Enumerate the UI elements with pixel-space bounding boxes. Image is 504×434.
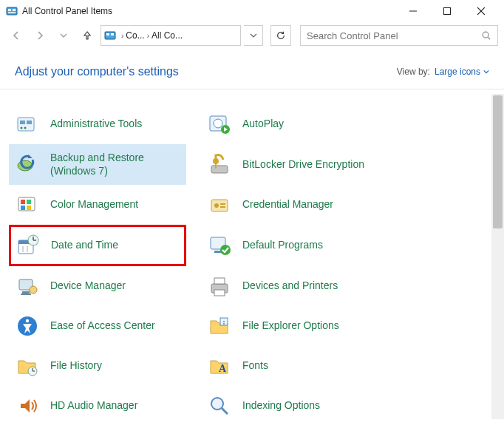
search-box[interactable]: [300, 25, 498, 46]
cp-item[interactable]: HD Audio Manager: [9, 386, 186, 419]
svg-rect-33: [220, 206, 225, 208]
cp-item[interactable]: Device Manager: [9, 266, 186, 306]
svg-point-60: [211, 398, 223, 410]
cp-item-label: Default Programs: [242, 239, 323, 252]
svg-rect-3: [8, 12, 16, 13]
titlebar: All Control Panel Items: [0, 0, 504, 22]
control-panel-icon: [6, 5, 18, 17]
scrollbar-thumb[interactable]: [493, 95, 503, 228]
nav-toolbar: › Co... › All Co...: [0, 22, 504, 49]
chevron-right-icon: ›: [121, 32, 123, 40]
minimize-button[interactable]: [396, 0, 430, 22]
svg-rect-24: [215, 163, 217, 169]
cp-item[interactable]: Color Management: [9, 185, 186, 225]
close-button[interactable]: [464, 0, 498, 22]
breadcrumb-segment[interactable]: Co...: [126, 30, 144, 41]
indexing-options-icon: [207, 393, 232, 418]
chevron-down-icon: [483, 69, 489, 75]
svg-rect-26: [21, 200, 25, 204]
credential-manager-icon: [207, 192, 232, 217]
cp-item[interactable]: Credential Manager: [201, 185, 393, 225]
cp-item[interactable]: Backup and Restore (Windows 7): [9, 144, 186, 185]
cp-item[interactable]: BitLocker Drive Encryption: [201, 144, 393, 185]
cp-item[interactable]: File Explorer Options: [201, 306, 393, 346]
svg-rect-32: [220, 203, 225, 205]
svg-point-17: [24, 127, 27, 129]
svg-rect-50: [214, 290, 225, 296]
color-management-icon: [15, 192, 40, 217]
svg-rect-28: [21, 206, 25, 210]
svg-text:A: A: [219, 363, 227, 374]
cp-item-label: Administrative Tools: [50, 118, 142, 131]
svg-point-52: [26, 319, 29, 322]
cp-item[interactable]: Default Programs: [201, 225, 393, 266]
cp-item-label: HD Audio Manager: [50, 399, 137, 413]
fonts-icon: A: [207, 353, 232, 379]
cp-item-label: BitLocker Drive Encryption: [242, 158, 364, 172]
cp-item[interactable]: AFonts: [201, 346, 393, 386]
cp-item-label: Backup and Restore (Windows 7): [50, 152, 180, 177]
svg-line-61: [222, 408, 228, 414]
bitlocker-icon: [207, 152, 232, 177]
cp-item[interactable]: AutoPlay: [201, 104, 393, 144]
svg-point-47: [30, 286, 37, 294]
chevron-right-icon: ›: [147, 32, 149, 40]
page-title: Adjust your computer's settings: [15, 65, 397, 78]
cp-item[interactable]: File History: [9, 346, 186, 386]
cp-item-label: File Explorer Options: [242, 319, 339, 333]
svg-rect-46: [21, 294, 31, 295]
cp-item[interactable]: Date and Time: [9, 225, 186, 266]
forward-button[interactable]: [30, 25, 50, 46]
cp-item-label: Ease of Access Center: [50, 319, 155, 333]
svg-rect-14: [20, 121, 25, 124]
cp-item[interactable]: Administrative Tools: [9, 104, 186, 144]
hd-audio-icon: [15, 393, 40, 418]
up-button[interactable]: [77, 25, 98, 46]
cp-item-label: AutoPlay: [242, 118, 284, 131]
svg-point-11: [483, 32, 488, 38]
svg-rect-15: [27, 121, 32, 124]
admin-tools-icon: [15, 112, 40, 137]
backup-restore-icon: [15, 152, 40, 177]
subheader: Adjust your computer's settings View by:…: [0, 49, 504, 89]
ease-of-access-icon: [15, 313, 40, 339]
svg-point-21: [18, 160, 33, 171]
search-input[interactable]: [307, 30, 481, 41]
svg-rect-22: [211, 166, 228, 173]
svg-point-31: [214, 203, 219, 208]
svg-point-43: [220, 245, 231, 255]
file-history-icon: [15, 353, 40, 379]
recent-dropdown[interactable]: [53, 25, 74, 46]
cp-item-label: Devices and Printers: [242, 279, 338, 293]
scrollbar[interactable]: [491, 94, 504, 419]
view-by-value: Large icons: [435, 67, 480, 77]
cp-item-label: Color Management: [50, 198, 138, 211]
breadcrumb-segment[interactable]: All Co...: [151, 30, 183, 41]
cp-item[interactable]: Indexing Options: [201, 386, 393, 419]
svg-rect-30: [211, 200, 228, 211]
cp-item-label: Date and Time: [51, 239, 118, 252]
cp-item[interactable]: Ease of Access Center: [9, 306, 186, 346]
svg-rect-27: [27, 200, 31, 204]
breadcrumb-dropdown[interactable]: [244, 25, 263, 46]
items-area: Administrative ToolsAutoPlayBackup and R…: [0, 94, 504, 419]
svg-rect-2: [13, 9, 16, 11]
cp-item-label: File History: [50, 359, 102, 373]
window-title: All Control Panel Items: [22, 6, 396, 16]
devices-printers-icon: [207, 274, 232, 299]
svg-rect-29: [27, 206, 31, 210]
breadcrumb[interactable]: › Co... › All Co...: [101, 25, 241, 46]
search-icon: [481, 30, 491, 41]
svg-rect-9: [106, 33, 109, 35]
cp-item-label: Indexing Options: [242, 399, 320, 413]
back-button[interactable]: [6, 25, 27, 46]
view-by-label: View by:: [397, 67, 430, 77]
svg-rect-10: [111, 33, 114, 35]
cp-item[interactable]: Devices and Printers: [201, 266, 393, 306]
refresh-button[interactable]: [270, 25, 291, 46]
svg-rect-1: [8, 9, 11, 11]
cp-item-label: Fonts: [242, 359, 268, 373]
view-by-dropdown[interactable]: Large icons: [435, 67, 489, 77]
control-panel-icon: [104, 30, 116, 41]
maximize-button[interactable]: [430, 0, 464, 22]
